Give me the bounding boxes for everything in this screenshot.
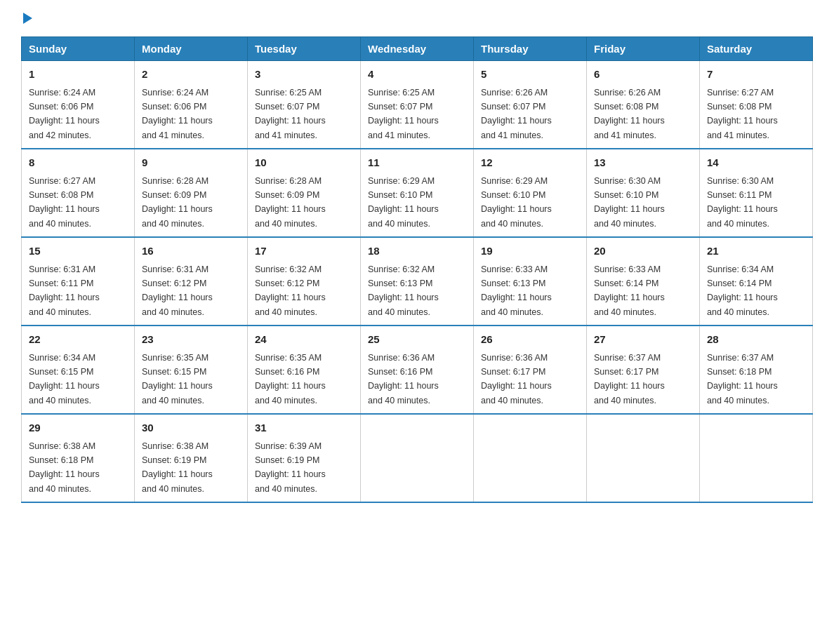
calendar-week-row: 15 Sunrise: 6:31 AMSunset: 6:11 PMDaylig… [22, 237, 813, 326]
day-info: Sunrise: 6:31 AMSunset: 6:11 PMDaylight:… [29, 264, 100, 317]
day-number: 9 [142, 155, 240, 171]
day-info: Sunrise: 6:24 AMSunset: 6:06 PMDaylight:… [29, 88, 100, 140]
day-number: 4 [368, 67, 466, 83]
calendar-week-row: 1 Sunrise: 6:24 AMSunset: 6:06 PMDayligh… [22, 61, 813, 149]
day-info: Sunrise: 6:30 AMSunset: 6:10 PMDaylight:… [594, 176, 665, 229]
weekday-header-friday: Friday [587, 37, 700, 61]
day-number: 27 [594, 332, 692, 348]
calendar-cell: 15 Sunrise: 6:31 AMSunset: 6:11 PMDaylig… [22, 237, 135, 326]
day-info: Sunrise: 6:33 AMSunset: 6:13 PMDaylight:… [481, 264, 552, 317]
day-info: Sunrise: 6:36 AMSunset: 6:16 PMDaylight:… [368, 353, 439, 405]
calendar-cell [700, 414, 813, 502]
calendar-cell: 23 Sunrise: 6:35 AMSunset: 6:15 PMDaylig… [135, 326, 248, 414]
page-header [21, 14, 813, 22]
calendar-cell: 11 Sunrise: 6:29 AMSunset: 6:10 PMDaylig… [361, 149, 474, 237]
day-info: Sunrise: 6:39 AMSunset: 6:19 PMDaylight:… [255, 441, 326, 494]
day-number: 8 [29, 155, 127, 171]
day-info: Sunrise: 6:29 AMSunset: 6:10 PMDaylight:… [481, 176, 552, 229]
day-info: Sunrise: 6:36 AMSunset: 6:17 PMDaylight:… [481, 353, 552, 405]
day-info: Sunrise: 6:25 AMSunset: 6:07 PMDaylight:… [255, 88, 326, 140]
day-info: Sunrise: 6:29 AMSunset: 6:10 PMDaylight:… [368, 176, 439, 229]
calendar-cell: 13 Sunrise: 6:30 AMSunset: 6:10 PMDaylig… [587, 149, 700, 237]
day-info: Sunrise: 6:34 AMSunset: 6:14 PMDaylight:… [707, 264, 778, 317]
day-number: 13 [594, 155, 692, 171]
calendar-cell: 22 Sunrise: 6:34 AMSunset: 6:15 PMDaylig… [22, 326, 135, 414]
calendar-cell: 12 Sunrise: 6:29 AMSunset: 6:10 PMDaylig… [474, 149, 587, 237]
day-number: 21 [707, 243, 805, 260]
calendar-cell: 24 Sunrise: 6:35 AMSunset: 6:16 PMDaylig… [248, 326, 361, 414]
day-number: 6 [594, 67, 692, 83]
day-number: 23 [142, 332, 240, 348]
day-info: Sunrise: 6:37 AMSunset: 6:17 PMDaylight:… [594, 353, 665, 405]
calendar-week-row: 29 Sunrise: 6:38 AMSunset: 6:18 PMDaylig… [22, 414, 813, 502]
day-info: Sunrise: 6:35 AMSunset: 6:16 PMDaylight:… [255, 353, 326, 405]
logo [21, 14, 32, 22]
calendar-cell: 3 Sunrise: 6:25 AMSunset: 6:07 PMDayligh… [248, 61, 361, 149]
logo-triangle-icon [23, 13, 32, 24]
calendar-cell: 31 Sunrise: 6:39 AMSunset: 6:19 PMDaylig… [248, 414, 361, 502]
calendar-cell: 9 Sunrise: 6:28 AMSunset: 6:09 PMDayligh… [135, 149, 248, 237]
day-info: Sunrise: 6:31 AMSunset: 6:12 PMDaylight:… [142, 264, 213, 317]
weekday-header-tuesday: Tuesday [248, 37, 361, 61]
calendar-cell: 29 Sunrise: 6:38 AMSunset: 6:18 PMDaylig… [22, 414, 135, 502]
day-number: 25 [368, 332, 466, 348]
weekday-header-sunday: Sunday [22, 37, 135, 61]
calendar-cell: 5 Sunrise: 6:26 AMSunset: 6:07 PMDayligh… [474, 61, 587, 149]
day-info: Sunrise: 6:28 AMSunset: 6:09 PMDaylight:… [142, 176, 213, 229]
calendar-cell: 25 Sunrise: 6:36 AMSunset: 6:16 PMDaylig… [361, 326, 474, 414]
calendar-cell: 7 Sunrise: 6:27 AMSunset: 6:08 PMDayligh… [700, 61, 813, 149]
weekday-header-monday: Monday [135, 37, 248, 61]
day-info: Sunrise: 6:27 AMSunset: 6:08 PMDaylight:… [707, 88, 778, 140]
day-number: 31 [255, 420, 353, 436]
day-number: 18 [368, 243, 466, 260]
calendar-cell: 1 Sunrise: 6:24 AMSunset: 6:06 PMDayligh… [22, 61, 135, 149]
calendar-header-row: SundayMondayTuesdayWednesdayThursdayFrid… [22, 37, 813, 61]
day-number: 28 [707, 332, 805, 348]
day-number: 3 [255, 67, 353, 83]
calendar-cell: 10 Sunrise: 6:28 AMSunset: 6:09 PMDaylig… [248, 149, 361, 237]
day-info: Sunrise: 6:25 AMSunset: 6:07 PMDaylight:… [368, 88, 439, 140]
calendar-cell: 6 Sunrise: 6:26 AMSunset: 6:08 PMDayligh… [587, 61, 700, 149]
day-info: Sunrise: 6:32 AMSunset: 6:13 PMDaylight:… [368, 264, 439, 317]
day-number: 12 [481, 155, 579, 171]
day-number: 7 [707, 67, 805, 83]
day-number: 30 [142, 420, 240, 436]
calendar-cell: 4 Sunrise: 6:25 AMSunset: 6:07 PMDayligh… [361, 61, 474, 149]
calendar-cell [587, 414, 700, 502]
weekday-header-thursday: Thursday [474, 37, 587, 61]
day-number: 26 [481, 332, 579, 348]
calendar-cell: 30 Sunrise: 6:38 AMSunset: 6:19 PMDaylig… [135, 414, 248, 502]
day-number: 1 [29, 67, 127, 83]
calendar-cell: 26 Sunrise: 6:36 AMSunset: 6:17 PMDaylig… [474, 326, 587, 414]
day-number: 19 [481, 243, 579, 260]
day-number: 15 [29, 243, 127, 260]
day-number: 24 [255, 332, 353, 348]
calendar-cell: 28 Sunrise: 6:37 AMSunset: 6:18 PMDaylig… [700, 326, 813, 414]
day-info: Sunrise: 6:30 AMSunset: 6:11 PMDaylight:… [707, 176, 778, 229]
day-info: Sunrise: 6:26 AMSunset: 6:07 PMDaylight:… [481, 88, 552, 140]
calendar-week-row: 22 Sunrise: 6:34 AMSunset: 6:15 PMDaylig… [22, 326, 813, 414]
day-number: 2 [142, 67, 240, 83]
weekday-header-wednesday: Wednesday [361, 37, 474, 61]
calendar-cell: 17 Sunrise: 6:32 AMSunset: 6:12 PMDaylig… [248, 237, 361, 326]
day-number: 14 [707, 155, 805, 171]
day-number: 17 [255, 243, 353, 260]
calendar-cell: 19 Sunrise: 6:33 AMSunset: 6:13 PMDaylig… [474, 237, 587, 326]
weekday-header-saturday: Saturday [700, 37, 813, 61]
day-info: Sunrise: 6:32 AMSunset: 6:12 PMDaylight:… [255, 264, 326, 317]
day-number: 11 [368, 155, 466, 171]
day-info: Sunrise: 6:33 AMSunset: 6:14 PMDaylight:… [594, 264, 665, 317]
day-number: 29 [29, 420, 127, 436]
day-info: Sunrise: 6:27 AMSunset: 6:08 PMDaylight:… [29, 176, 100, 229]
day-number: 10 [255, 155, 353, 171]
day-number: 16 [142, 243, 240, 260]
calendar-cell: 18 Sunrise: 6:32 AMSunset: 6:13 PMDaylig… [361, 237, 474, 326]
day-info: Sunrise: 6:24 AMSunset: 6:06 PMDaylight:… [142, 88, 213, 140]
calendar-cell [474, 414, 587, 502]
calendar-week-row: 8 Sunrise: 6:27 AMSunset: 6:08 PMDayligh… [22, 149, 813, 237]
day-number: 20 [594, 243, 692, 260]
calendar-cell: 16 Sunrise: 6:31 AMSunset: 6:12 PMDaylig… [135, 237, 248, 326]
day-info: Sunrise: 6:37 AMSunset: 6:18 PMDaylight:… [707, 353, 778, 405]
calendar-cell: 27 Sunrise: 6:37 AMSunset: 6:17 PMDaylig… [587, 326, 700, 414]
day-info: Sunrise: 6:28 AMSunset: 6:09 PMDaylight:… [255, 176, 326, 229]
